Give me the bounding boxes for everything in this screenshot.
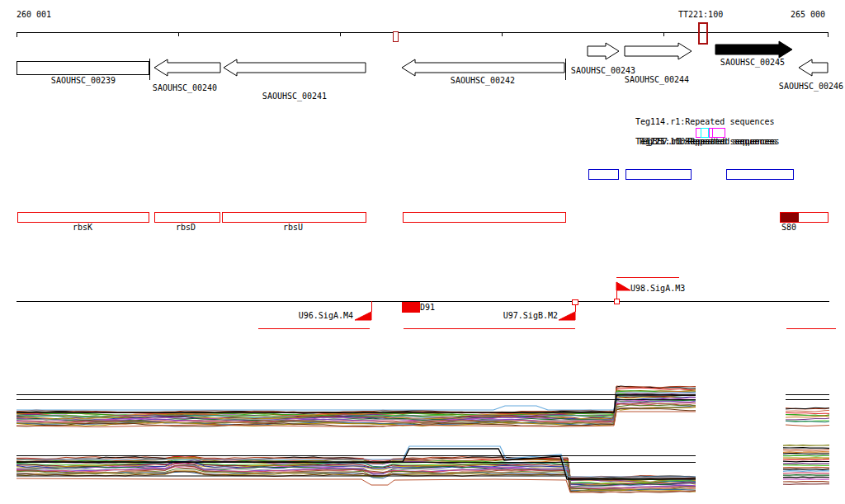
alias-label: S80 [781,223,796,232]
gene-saouhsc-00241[interactable] [224,59,366,76]
gene-saouhsc-00244[interactable] [625,43,692,59]
transcript-box[interactable] [726,169,793,179]
expression-line [786,412,829,413]
gene-label: SAOUHSC_00244 [625,75,689,84]
expression-line [783,473,829,473]
expression-line [783,452,829,453]
gene-label: SAOUHSC_00239 [51,76,116,85]
expression-line [783,461,829,462]
sigma-site-box[interactable] [402,302,419,312]
expression-line [786,410,829,412]
gene-label: SAOUHSC_00245 [720,58,785,67]
expression-line [17,386,696,413]
expression-line [783,477,829,478]
sigma-axis-tick-box[interactable] [572,299,578,304]
sigma-flag[interactable] [616,282,630,290]
ruler-end-coordinate: 265 000 [791,10,825,19]
coverage-panel-top-right [786,407,829,426]
sigma-site-label: D91 [420,303,435,312]
gene-label: SAOUHSC_00241 [262,92,327,101]
alias-box[interactable] [17,212,149,222]
sigma-axis-tick-box[interactable] [614,299,619,304]
transcript-box[interactable] [625,169,691,179]
alias-box[interactable] [154,212,220,222]
gene-label: SAOUHSC_00243 [571,66,635,75]
gene-saouhsc-00239[interactable] [17,61,149,74]
coverage-panel-top [17,386,696,427]
expression-line [783,445,829,446]
sigma-site-label: U96.SigA.M4 [299,311,353,320]
genome-browser-view: 260 001 TT221:100 265 000 Teg114.r1:Repe… [0,0,845,504]
expression-highlight-line [786,425,829,426]
sigma-site-label: U97.SigB.M2 [503,311,558,320]
sigma-ramp-triangle[interactable] [355,312,371,320]
expression-line [783,469,829,470]
alias-box-filled[interactable] [780,212,799,222]
gene-saouhsc-00240[interactable] [154,59,220,76]
ruler-small-feature-marker[interactable] [393,32,398,42]
gene-saouhsc-00243[interactable] [588,43,619,59]
expression-line [783,467,829,468]
coverage-panel-bottom [17,446,696,492]
repeats-track-title: Teg114.r1:Repeated sequences [635,117,775,126]
expression-line [783,464,829,464]
repeat-region-box[interactable] [712,128,725,137]
expression-line [786,418,829,420]
expression-highlight-line [17,393,696,410]
expression-line [783,459,829,460]
expression-line [783,484,829,485]
alias-box[interactable] [403,212,565,222]
expression-line [783,482,829,483]
expression-line [786,416,829,417]
gene-saouhsc-00246[interactable] [799,59,828,76]
repeat-region-box[interactable] [701,128,708,137]
expression-line [783,465,829,466]
gene-label: SAOUHSC_00242 [451,76,515,85]
expression-line [783,471,829,472]
expression-line [783,475,829,476]
tracks-canvas [0,0,845,504]
sigma-ramp-triangle[interactable] [559,312,575,320]
repeat-region-box[interactable] [709,128,712,137]
coverage-panel-bottom-right [783,445,829,485]
gene-label: SAOUHSC_00240 [153,83,217,92]
expression-line [786,421,829,422]
expression-line [783,454,829,455]
gene-label: SAOUHSC_00246 [779,82,843,91]
expression-line [783,448,829,449]
alias-label: rbsD [176,223,196,232]
sigma-site-label: U98.SigA.M3 [630,284,685,293]
terminator-marker-box[interactable] [699,23,707,44]
expression-line [783,479,829,480]
alias-label: rbsK [73,223,92,232]
alias-box[interactable] [222,212,366,222]
gene-saouhsc-00242[interactable] [402,59,564,76]
transcript-box[interactable] [588,169,618,179]
expression-line [783,450,829,450]
expression-line [783,455,829,456]
gene-saouhsc-00245[interactable] [715,41,792,58]
ruler-start-coordinate: 260 001 [17,10,51,19]
alias-label: rbsU [283,223,303,232]
ruler-marker-label: TT221:100 [678,10,723,19]
repeat-overlapping-label: TT221:100:Repeated sequences [640,137,780,146]
